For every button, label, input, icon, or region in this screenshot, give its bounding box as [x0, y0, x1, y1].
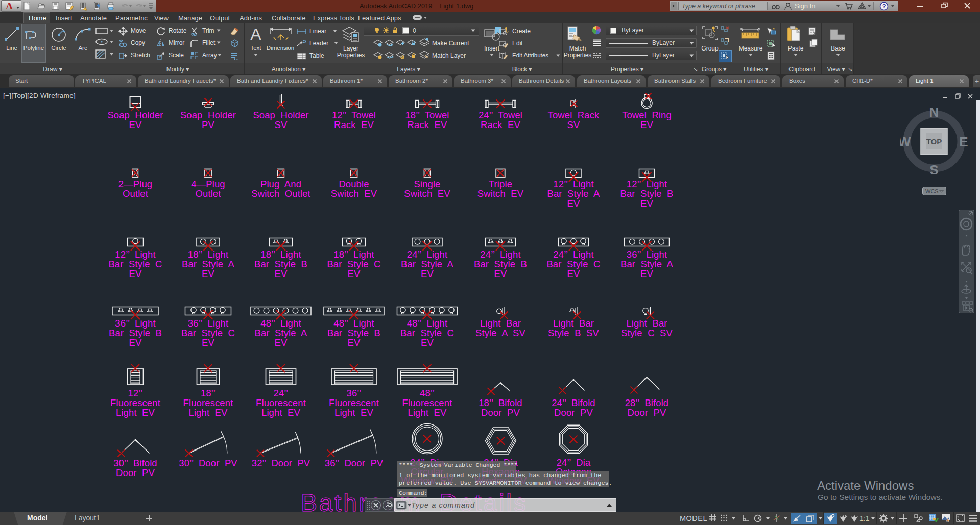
svg-text:S: S: [929, 162, 938, 176]
svg-text:TOP: TOP: [926, 137, 942, 146]
svg-text:W: W: [900, 134, 911, 149]
svg-text:E: E: [959, 134, 968, 149]
svg-text:N: N: [929, 108, 939, 120]
svg-text:!: !: [948, 519, 949, 522]
